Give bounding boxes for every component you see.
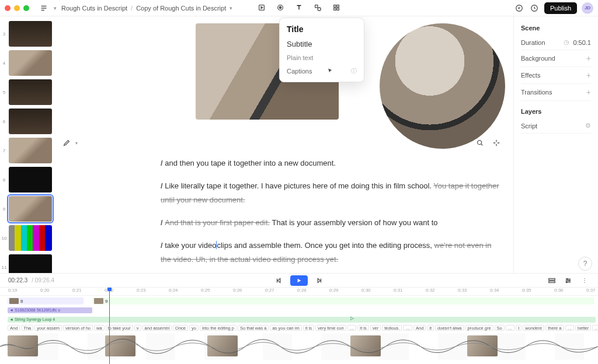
script-paragraph[interactable]: / and then you tape it together into a n…: [161, 156, 502, 171]
waveform-track[interactable]: [0, 333, 598, 360]
plus-icon[interactable]: +: [586, 71, 591, 80]
audio-track[interactable]: ◄ String Synergy Loop 4 ▷: [0, 316, 598, 324]
word-token[interactable]: …: [565, 325, 575, 331]
scene-thumb[interactable]: 9: [1, 196, 52, 222]
plus-icon[interactable]: +: [586, 88, 591, 97]
timeline-view-icon[interactable]: [547, 275, 557, 286]
clip-8[interactable]: 8: [8, 298, 84, 304]
record-icon[interactable]: [275, 2, 286, 13]
clip-9[interactable]: 9: [92, 298, 594, 304]
word-token[interactable]: there a: [545, 325, 564, 331]
video-track[interactable]: 8 9: [0, 297, 598, 305]
script-text[interactable]: / and then you tape it together into a n…: [161, 156, 502, 273]
more-icon[interactable]: ⋮: [579, 275, 590, 286]
scene-thumb[interactable]: 7: [1, 138, 52, 163]
script-paragraph[interactable]: / Like literally tape it together. I hav…: [161, 179, 502, 208]
word-token[interactable]: better: [575, 325, 591, 331]
word-token[interactable]: very time con: [315, 325, 346, 331]
word-token[interactable]: And: [413, 325, 426, 331]
chevron-down-icon[interactable]: ▾: [230, 5, 232, 11]
word-token[interactable]: into the editing p: [200, 325, 237, 331]
word-token[interactable]: produce gre: [465, 325, 493, 331]
avatar[interactable]: JD: [582, 2, 593, 14]
word-token[interactable]: …: [347, 325, 357, 331]
scene-thumb[interactable]: 3: [1, 21, 52, 47]
panel-background[interactable]: Background +: [521, 50, 591, 67]
word-token[interactable]: So that was a: [238, 325, 269, 331]
timeline[interactable]: 0:190:200:210:220:230:240:250:260:270:28…: [0, 287, 598, 364]
word-token[interactable]: So: [495, 325, 505, 331]
word-track[interactable]: AndThayour assemversion of howato take y…: [0, 324, 598, 332]
scene-thumb[interactable]: 10: [1, 225, 52, 251]
word-token[interactable]: v: [134, 325, 141, 331]
zoom-window[interactable]: [23, 5, 29, 11]
shapes-icon[interactable]: [312, 2, 323, 13]
word-token[interactable]: Once: [173, 325, 188, 331]
menu-item-plain-text[interactable]: Plain text: [280, 51, 364, 64]
templates-icon[interactable]: [331, 2, 342, 13]
script-paragraph[interactable]: / take your videoclips and assemble them…: [161, 239, 502, 267]
search-icon[interactable]: [475, 138, 485, 148]
panel-effects[interactable]: Effects +: [521, 67, 591, 84]
plus-icon[interactable]: +: [586, 54, 591, 63]
play-button[interactable]: [290, 275, 308, 286]
settings-sliders-icon[interactable]: [563, 275, 573, 286]
word-token[interactable]: your assem: [34, 325, 62, 331]
text-tool-icon[interactable]: [294, 2, 304, 13]
menu-item-subtitle[interactable]: Subtitle: [280, 37, 364, 51]
scene-thumb[interactable]: 4: [1, 50, 52, 76]
panel-script-row[interactable]: Script ⚙: [521, 118, 591, 134]
playhead[interactable]: [109, 288, 110, 364]
close-window[interactable]: [5, 5, 11, 11]
camera-overlay[interactable]: [380, 23, 505, 149]
word-token[interactable]: it is: [303, 325, 314, 331]
image-clip[interactable]: ◄ S10823088 56126f1dfc o: [8, 307, 92, 313]
skip-forward-icon[interactable]: [314, 275, 324, 286]
timeline-ruler[interactable]: 0:190:200:210:220:230:240:250:260:270:28…: [0, 288, 598, 296]
image-track[interactable]: ◄ S10823088 56126f1dfc o: [0, 306, 598, 314]
word-token[interactable]: …: [403, 325, 412, 331]
word-token[interactable]: …: [506, 325, 515, 331]
svg-point-11: [478, 141, 482, 145]
scene-thumb[interactable]: 8: [1, 167, 52, 192]
chevron-down-icon[interactable]: ▾: [75, 141, 78, 146]
scene-thumb[interactable]: 6: [1, 108, 52, 134]
script-paragraph[interactable]: / And that is your first paper edit. Tha…: [161, 216, 502, 230]
panel-transitions[interactable]: Transitions +: [521, 84, 591, 101]
word-token[interactable]: doesn't alwa: [435, 325, 464, 331]
audio-clip[interactable]: ◄ String Synergy Loop 4: [8, 317, 596, 323]
skip-back-icon[interactable]: [274, 275, 284, 286]
word-token[interactable]: wa: [94, 325, 105, 331]
scene-thumb[interactable]: 5: [1, 79, 52, 105]
word-token[interactable]: …: [592, 325, 598, 331]
minimize-window[interactable]: [14, 5, 20, 11]
comment-icon[interactable]: [514, 3, 524, 13]
scene-thumb[interactable]: 11: [1, 254, 52, 273]
word-token[interactable]: Tha: [21, 325, 33, 331]
word-token[interactable]: I: [516, 325, 521, 331]
breadcrumb-project[interactable]: Rough Cuts in Descript: [61, 5, 127, 12]
word-token[interactable]: and assembl: [142, 325, 172, 331]
word-token[interactable]: It is: [357, 325, 369, 331]
media-icon[interactable]: [256, 2, 267, 13]
word-token[interactable]: as you can im: [270, 325, 301, 331]
word-token[interactable]: yo: [189, 325, 199, 331]
publish-button[interactable]: Publish: [544, 2, 577, 14]
sidebar-toggle-icon[interactable]: [39, 3, 49, 13]
menu-item-title[interactable]: Title: [280, 22, 364, 37]
help-button[interactable]: ?: [578, 257, 592, 271]
word-token[interactable]: ver: [370, 325, 381, 331]
sparkle-icon[interactable]: [491, 138, 502, 148]
pencil-icon[interactable]: [61, 138, 72, 148]
menu-item-label: Captions: [287, 68, 312, 75]
word-token[interactable]: wondere: [523, 325, 544, 331]
word-token[interactable]: tedious.: [382, 325, 402, 331]
word-token[interactable]: And: [8, 325, 20, 331]
history-icon[interactable]: [529, 3, 540, 13]
word-token[interactable]: version of ho: [63, 325, 93, 331]
word-token[interactable]: it: [427, 325, 434, 331]
chevron-down-icon[interactable]: ▾: [54, 5, 57, 11]
breadcrumb-doc[interactable]: Copy of Rough Cuts in Descript: [136, 5, 226, 12]
menu-item-captions[interactable]: Captions ⓘ: [280, 64, 364, 78]
gear-icon[interactable]: ⚙: [585, 122, 591, 130]
